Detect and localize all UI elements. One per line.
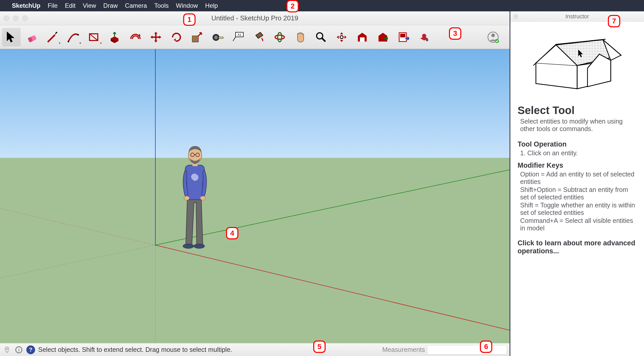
svg-text:A1: A1 <box>238 33 242 37</box>
svg-rect-11 <box>219 37 223 38</box>
instructor-modifiers-heading: Modifier Keys <box>518 161 637 169</box>
instructor-diagram <box>518 29 637 91</box>
pan-tool-button[interactable] <box>291 28 310 46</box>
svg-point-18 <box>340 36 343 39</box>
status-bar: i ? Select objects. Shift to extend sele… <box>0 343 510 356</box>
window-zoom-button[interactable] <box>22 15 28 21</box>
svg-line-30 <box>0 208 155 245</box>
window-title: Untitled - SketchUp Pro 2019 <box>211 14 298 22</box>
extension-warehouse-button[interactable] <box>415 28 433 46</box>
menu-camera[interactable]: Camera <box>125 2 147 9</box>
credits-icon[interactable]: i <box>14 345 23 354</box>
arc-tool-button[interactable]: ▾ <box>64 28 83 46</box>
svg-point-23 <box>426 39 428 41</box>
instructor-tool-subtitle: Select entities to modify when using oth… <box>518 118 637 133</box>
dropdown-chevron-icon: ▾ <box>59 41 60 45</box>
zoom-tool-button[interactable] <box>312 28 330 46</box>
app-menu[interactable]: SketchUp <box>12 2 41 9</box>
svg-point-42 <box>6 348 8 350</box>
annotation-callout-2: 2 <box>286 0 299 12</box>
layout-button[interactable] <box>394 28 413 46</box>
instructor-panel: Instructor <box>510 11 644 356</box>
paint-bucket-tool-button[interactable] <box>250 28 268 46</box>
measurements-input[interactable] <box>427 345 507 354</box>
svg-rect-8 <box>192 36 198 42</box>
move-tool-button[interactable] <box>147 28 165 46</box>
svg-line-32 <box>0 245 155 278</box>
scale-figure[interactable] <box>175 141 214 249</box>
menu-view[interactable]: View <box>83 2 96 9</box>
instructor-titlebar: Instructor <box>510 11 644 22</box>
instructor-tool-title: Select Tool <box>518 104 637 117</box>
svg-line-17 <box>322 38 325 42</box>
modeling-viewport[interactable] <box>0 49 510 343</box>
annotation-callout-6: 6 <box>480 341 492 353</box>
zoom-extents-tool-button[interactable] <box>332 28 351 46</box>
svg-rect-19 <box>360 37 365 42</box>
svg-point-22 <box>422 34 426 38</box>
svg-line-5 <box>90 34 98 41</box>
window-minimize-button[interactable] <box>13 15 19 21</box>
menu-draw[interactable]: Draw <box>103 2 118 9</box>
instructor-panel-title: Instructor <box>565 13 589 20</box>
svg-line-29 <box>155 245 510 330</box>
tape-measure-tool-button[interactable] <box>208 28 227 46</box>
eraser-tool-button[interactable] <box>23 28 41 46</box>
instructor-close-button[interactable] <box>513 14 518 19</box>
push-pull-tool-button[interactable] <box>105 28 124 46</box>
annotation-callout-3: 3 <box>449 27 461 40</box>
window-close-button[interactable] <box>4 15 9 21</box>
svg-point-36 <box>200 196 205 200</box>
annotation-callout-4: 4 <box>226 227 238 239</box>
menu-window[interactable]: Window <box>176 2 198 9</box>
svg-rect-21 <box>400 34 405 37</box>
instructor-modifier-item: Shift = Toggle whether an entity is with… <box>518 201 637 216</box>
instructor-operation-heading: Tool Operation <box>518 140 637 148</box>
rotate-tool-button[interactable] <box>167 28 186 46</box>
window-titlebar: Untitled - SketchUp Pro 2019 <box>0 11 510 25</box>
user-profile-button[interactable] <box>484 28 502 46</box>
svg-point-2 <box>68 41 69 42</box>
offset-tool-button[interactable] <box>126 28 144 46</box>
viewport-axes <box>0 49 510 343</box>
svg-point-14 <box>275 35 284 39</box>
instructor-operation-step: 1. Click on an entity. <box>518 149 637 157</box>
status-hint: Select objects. Shift to extend select. … <box>38 346 232 353</box>
svg-point-35 <box>184 196 189 200</box>
rectangle-tool-button[interactable]: ▾ <box>85 28 103 46</box>
instructor-modifier-item: Option = Add an entity to set of selecte… <box>518 171 637 185</box>
svg-point-15 <box>278 33 282 42</box>
menu-help[interactable]: Help <box>205 2 218 9</box>
annotation-callout-7: 7 <box>608 15 620 27</box>
annotation-callout-5: 5 <box>313 341 326 353</box>
instructor-learn-more-link[interactable]: Click to learn about more advanced opera… <box>518 239 637 255</box>
svg-point-10 <box>214 36 218 39</box>
measurements-label: Measurements <box>382 346 425 353</box>
macos-menubar: SketchUp File Edit View Draw Camera Tool… <box>0 0 644 11</box>
instructor-modifier-item: Command+A = Select all visible entities … <box>518 217 637 232</box>
share-model-button[interactable] <box>374 28 392 46</box>
menu-edit[interactable]: Edit <box>65 2 75 9</box>
svg-point-16 <box>317 33 323 39</box>
3d-warehouse-button[interactable] <box>353 28 372 46</box>
svg-point-3 <box>77 34 79 36</box>
menu-file[interactable]: File <box>48 2 58 9</box>
window-controls <box>4 15 28 21</box>
menu-tools[interactable]: Tools <box>154 2 169 9</box>
svg-point-25 <box>491 34 495 37</box>
text-tool-button[interactable]: A1 <box>229 28 248 46</box>
annotation-callout-1: 1 <box>183 13 196 26</box>
instructor-modifier-item: Shift+Option = Subtract an entity from s… <box>518 186 637 201</box>
select-tool-button[interactable] <box>2 28 21 46</box>
svg-text:i: i <box>18 347 20 352</box>
toolbar: ▾ ▾ ▾ <box>0 25 510 49</box>
scale-tool-button[interactable] <box>188 28 206 46</box>
dropdown-chevron-icon: ▾ <box>100 41 102 45</box>
orbit-tool-button[interactable] <box>270 28 289 46</box>
line-tool-button[interactable]: ▾ <box>43 28 62 46</box>
geo-location-icon[interactable] <box>3 345 11 354</box>
dropdown-chevron-icon: ▾ <box>79 41 81 45</box>
help-icon[interactable]: ? <box>26 345 35 354</box>
